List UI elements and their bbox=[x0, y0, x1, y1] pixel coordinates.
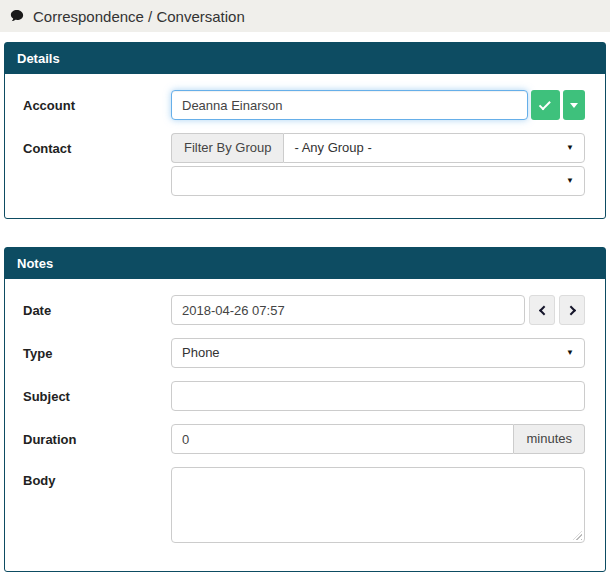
type-select-value: Phone bbox=[182, 345, 220, 360]
chevron-left-icon bbox=[538, 305, 548, 315]
account-input[interactable] bbox=[171, 90, 528, 120]
caret-down-icon: ▼ bbox=[566, 144, 574, 152]
contact-label: Contact bbox=[23, 141, 171, 156]
notes-panel: Notes Date bbox=[4, 247, 606, 572]
date-next-button[interactable] bbox=[559, 295, 585, 325]
account-dropdown-button[interactable] bbox=[563, 90, 585, 120]
caret-down-icon: ▼ bbox=[566, 177, 574, 185]
date-input[interactable] bbox=[171, 295, 525, 325]
contact-select[interactable]: ▼ bbox=[171, 166, 585, 196]
group-filter-select-value: - Any Group - bbox=[294, 140, 371, 155]
speech-bubble-icon bbox=[10, 9, 24, 23]
contact-select-row: ▼ bbox=[23, 166, 585, 196]
duration-label: Duration bbox=[23, 432, 171, 447]
body-textarea[interactable] bbox=[171, 467, 585, 543]
duration-input[interactable] bbox=[171, 424, 514, 454]
body-label: Body bbox=[23, 467, 171, 488]
check-icon bbox=[539, 98, 551, 110]
duration-unit-addon: minutes bbox=[514, 424, 585, 454]
group-filter-select[interactable]: - Any Group - ▼ bbox=[283, 133, 585, 163]
chevron-right-icon bbox=[566, 305, 576, 315]
page: Correspondence / Conversation Details Ac… bbox=[0, 0, 610, 583]
details-panel: Details Account bbox=[4, 42, 606, 219]
notes-panel-heading: Notes bbox=[5, 248, 605, 279]
account-label: Account bbox=[23, 98, 171, 113]
date-previous-button[interactable] bbox=[529, 295, 555, 325]
notes-panel-body: Date Type bbox=[5, 279, 605, 571]
duration-row: Duration minutes bbox=[23, 424, 585, 454]
body-row: Body bbox=[23, 467, 585, 543]
type-select[interactable]: Phone ▼ bbox=[171, 338, 585, 368]
contact-row: Contact Filter By Group - Any Group - ▼ bbox=[23, 133, 585, 163]
filter-by-group-addon: Filter By Group bbox=[171, 133, 283, 163]
caret-down-icon: ▼ bbox=[566, 349, 574, 357]
account-row: Account bbox=[23, 90, 585, 120]
subject-input[interactable] bbox=[171, 381, 585, 411]
subject-label: Subject bbox=[23, 389, 171, 404]
caret-down-icon bbox=[570, 103, 578, 108]
account-confirm-button[interactable] bbox=[531, 90, 560, 120]
type-label: Type bbox=[23, 346, 171, 361]
page-title: Correspondence / Conversation bbox=[33, 8, 245, 25]
date-label: Date bbox=[23, 303, 171, 318]
details-panel-body: Account Contact bbox=[5, 74, 605, 218]
details-panel-heading: Details bbox=[5, 43, 605, 74]
type-row: Type Phone ▼ bbox=[23, 338, 585, 368]
subject-row: Subject bbox=[23, 381, 585, 411]
date-row: Date bbox=[23, 295, 585, 325]
page-titlebar: Correspondence / Conversation bbox=[0, 0, 610, 32]
